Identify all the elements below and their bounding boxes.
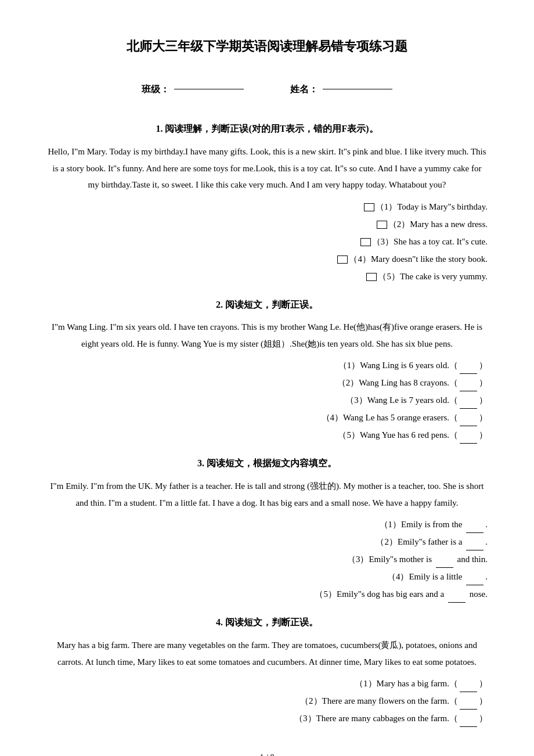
student-info: 班级： 姓名： (46, 81, 488, 98)
section-4-title: 4. 阅读短文，判断正误。 (46, 614, 488, 631)
section-4: 4. 阅读短文，判断正误。 Mary has a big farm. There… (46, 614, 488, 727)
q2-4: （4）Wang Le has 5 orange erasers.（） (46, 409, 488, 426)
q4-2: （2）There are many flowers on the farm.（） (46, 692, 488, 710)
section-4-questions: （1）Mary has a big farm.（） （2）There are m… (46, 675, 488, 727)
section-3-title: 3. 阅读短文，根据短文内容填空。 (46, 455, 488, 472)
name-field: 姓名： (290, 81, 392, 98)
section-2-title: 2. 阅读短文，判断正误。 (46, 297, 488, 314)
section-2-questions: （1）Wang Ling is 6 years old.（） （2）Wang L… (46, 357, 488, 444)
q2-3: （3）Wang Le is 7 years old.（） (46, 391, 488, 409)
section-1-title: 1. 阅读理解，判断正误(对的用T表示，错的用F表示)。 (46, 121, 488, 138)
section-1-passage: Hello, I"m Mary. Today is my birthday.I … (46, 143, 488, 193)
answer-bracket[interactable] (377, 221, 387, 229)
q1-5: （5）The cake is very yummy. (46, 268, 488, 285)
answer-blank[interactable] (460, 726, 477, 727)
section-3: 3. 阅读短文，根据短文内容填空。 I"m Emily. I"m from th… (46, 455, 488, 603)
q1-3: （3）She has a toy cat. It"s cute. (46, 233, 488, 250)
q2-5: （5）Wang Yue has 6 red pens.（） (46, 426, 488, 444)
answer-bracket[interactable] (364, 203, 374, 211)
q3-4: （4）Emily is a little . (46, 568, 488, 585)
section-3-questions: （1）Emily is from the . （2）Emily"s father… (46, 516, 488, 603)
q3-2: （2）Emily"s father is a . (46, 533, 488, 550)
answer-bracket[interactable] (360, 238, 371, 246)
section-1-questions: （1）Today is Mary"s birthday. （2）Mary has… (46, 198, 488, 285)
section-4-passage: Mary has a big farm. There are many vege… (46, 637, 488, 670)
answer-blank[interactable] (460, 443, 477, 444)
class-line (174, 89, 244, 89)
q4-1: （1）Mary has a big farm.（） (46, 675, 488, 692)
name-line (323, 89, 392, 89)
answer-bracket[interactable] (337, 255, 348, 264)
q1-4: （4）Mary doesn"t like the story book. (46, 250, 488, 268)
name-label: 姓名： (290, 81, 318, 98)
q2-1: （1）Wang Ling is 6 years old.（） (46, 357, 488, 374)
q1-2: （2）Mary has a new dress. (46, 215, 488, 233)
answer-bracket[interactable] (366, 273, 377, 281)
q3-3: （3）Emily"s mother is and thin. (46, 550, 488, 568)
q3-1: （1）Emily is from the . (46, 516, 488, 533)
page-number: 1 / 8 (46, 750, 488, 756)
page-title: 北师大三年级下学期英语阅读理解易错专项练习题 (46, 35, 488, 58)
q3-5: （5）Emily"s dog has big ears and a nose. (46, 585, 488, 603)
q4-3: （3）There are many cabbages on the farm.（… (46, 710, 488, 727)
section-3-passage: I"m Emily. I"m from the UK. My father is… (46, 478, 488, 511)
class-field: 班级： (142, 81, 244, 98)
q2-2: （2）Wang Ling has 8 crayons.（） (46, 374, 488, 391)
answer-blank[interactable] (448, 602, 466, 603)
section-2: 2. 阅读短文，判断正误。 I"m Wang Ling. I"m six yea… (46, 297, 488, 444)
section-2-passage: I"m Wang Ling. I"m six years old. I have… (46, 319, 488, 352)
q1-1: （1）Today is Mary"s birthday. (46, 198, 488, 215)
class-label: 班级： (142, 81, 169, 98)
section-1: 1. 阅读理解，判断正误(对的用T表示，错的用F表示)。 Hello, I"m … (46, 121, 488, 285)
